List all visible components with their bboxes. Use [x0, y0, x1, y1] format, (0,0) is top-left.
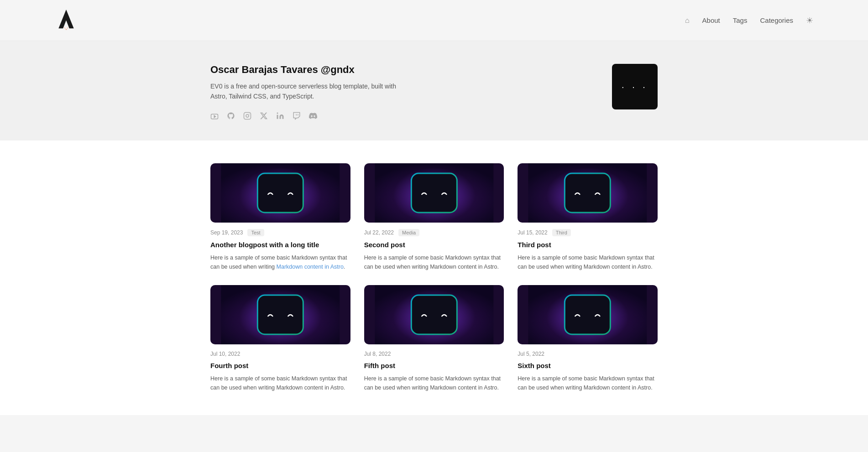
posts-section: Sep 19, 2023 Test Another blogpost with … [0, 140, 868, 415]
svg-marker-1 [214, 115, 216, 119]
site-logo[interactable] [55, 8, 78, 33]
avatar-decoration: · · · [622, 82, 648, 92]
post-thumbnail [364, 285, 504, 344]
nav-tags[interactable]: Tags [733, 16, 748, 24]
twitch-icon[interactable] [293, 112, 301, 122]
post-thumbnail [210, 285, 350, 344]
posts-grid: Sep 19, 2023 Test Another blogpost with … [210, 163, 658, 392]
svg-point-4 [249, 114, 250, 114]
post-title[interactable]: Second post [364, 240, 504, 249]
svg-rect-22 [257, 295, 303, 334]
post-excerpt: Here is a sample of some basic Markdown … [210, 374, 350, 392]
youtube-icon[interactable] [210, 112, 219, 122]
theme-toggle-icon[interactable]: ☀ [806, 16, 813, 26]
post-meta: Sep 19, 2023 Test [210, 229, 350, 236]
nav-about[interactable]: About [702, 16, 720, 24]
post-meta: Jul 8, 2022 [364, 351, 504, 357]
github-icon[interactable] [227, 112, 235, 122]
post-date: Jul 22, 2022 [364, 229, 394, 236]
post-card[interactable]: Jul 15, 2022 Third Third post Here is a … [518, 163, 658, 271]
post-thumbnail [518, 163, 658, 223]
instagram-icon[interactable] [243, 112, 251, 122]
post-date: Jul 8, 2022 [364, 351, 391, 357]
profile-info: Oscar Barajas Tavares @gndx EV0 is a fre… [210, 64, 402, 122]
post-title[interactable]: Third post [518, 240, 658, 249]
post-tag: Third [552, 229, 571, 236]
post-card[interactable]: Jul 8, 2022 Fifth post Here is a sample … [364, 285, 504, 392]
post-date: Jul 5, 2022 [518, 351, 544, 357]
svg-point-3 [246, 114, 249, 117]
post-tag: Media [398, 229, 419, 236]
svg-rect-2 [244, 112, 251, 119]
post-thumbnail [364, 163, 504, 223]
excerpt-link[interactable]: Markdown content in Astro [277, 264, 344, 270]
svg-rect-10 [257, 173, 303, 213]
post-excerpt: Here is a sample of some basic Markdown … [518, 374, 658, 392]
social-links [210, 112, 402, 122]
post-card[interactable]: Sep 19, 2023 Test Another blogpost with … [210, 163, 350, 271]
post-excerpt: Here is a sample of some basic Markdown … [364, 374, 504, 392]
svg-point-5 [277, 112, 278, 114]
post-date: Jul 10, 2022 [210, 351, 240, 357]
post-excerpt: Here is a sample of some basic Markdown … [518, 253, 658, 271]
linkedin-icon[interactable] [276, 112, 284, 122]
profile-bio: EV0 is a free and open-source serverless… [210, 81, 402, 102]
post-card[interactable]: Jul 10, 2022 Fourth post Here is a sampl… [210, 285, 350, 392]
discord-icon[interactable] [309, 112, 317, 122]
svg-rect-30 [565, 295, 611, 334]
post-meta: Jul 10, 2022 [210, 351, 350, 357]
post-meta: Jul 22, 2022 Media [364, 229, 504, 236]
svg-rect-14 [411, 173, 457, 213]
svg-rect-26 [411, 295, 457, 334]
svg-rect-18 [565, 173, 611, 213]
post-title[interactable]: Another blogpost with a long title [210, 240, 350, 249]
twitter-icon[interactable] [260, 112, 268, 122]
post-card[interactable]: Jul 5, 2022 Sixth post Here is a sample … [518, 285, 658, 392]
main-nav: ⌂ About Tags Categories ☀ [685, 16, 813, 26]
post-tag: Test [247, 229, 264, 236]
post-card[interactable]: Jul 22, 2022 Media Second post Here is a… [364, 163, 504, 271]
post-date: Sep 19, 2023 [210, 229, 243, 236]
home-icon[interactable]: ⌂ [685, 16, 690, 25]
post-title[interactable]: Fourth post [210, 361, 350, 370]
post-thumbnail [210, 163, 350, 223]
profile-name: Oscar Barajas Tavares @gndx [210, 64, 402, 76]
post-excerpt: Here is a sample of some basic Markdown … [364, 253, 504, 271]
post-title[interactable]: Fifth post [364, 361, 504, 370]
profile-section: Oscar Barajas Tavares @gndx EV0 is a fre… [0, 41, 868, 140]
avatar: · · · [612, 64, 658, 109]
nav-categories[interactable]: Categories [760, 16, 793, 24]
post-thumbnail [518, 285, 658, 344]
post-meta: Jul 15, 2022 Third [518, 229, 658, 236]
post-title[interactable]: Sixth post [518, 361, 658, 370]
post-excerpt: Here is a sample of some basic Markdown … [210, 253, 350, 271]
post-meta: Jul 5, 2022 [518, 351, 658, 357]
post-date: Jul 15, 2022 [518, 229, 547, 236]
